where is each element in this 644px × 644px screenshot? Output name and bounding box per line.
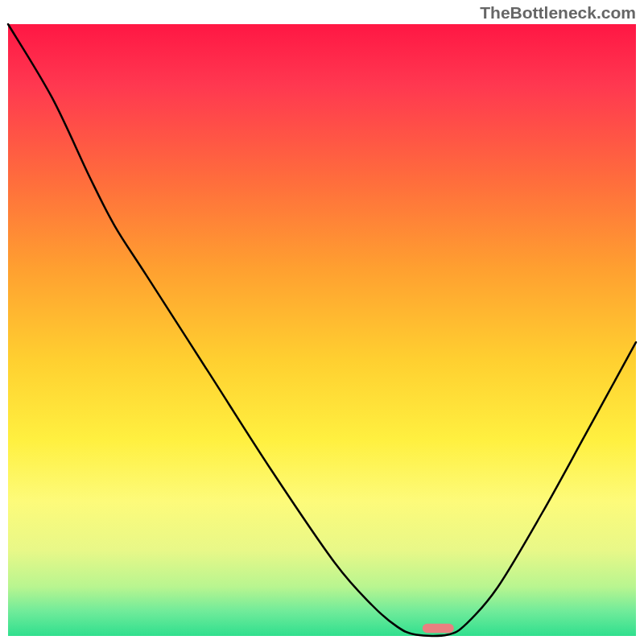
watermark-label: TheBottleneck.com — [480, 3, 636, 23]
optimal-zone-marker — [423, 624, 454, 633]
chart-svg — [0, 0, 644, 644]
bottleneck-chart: TheBottleneck.com — [0, 0, 644, 644]
